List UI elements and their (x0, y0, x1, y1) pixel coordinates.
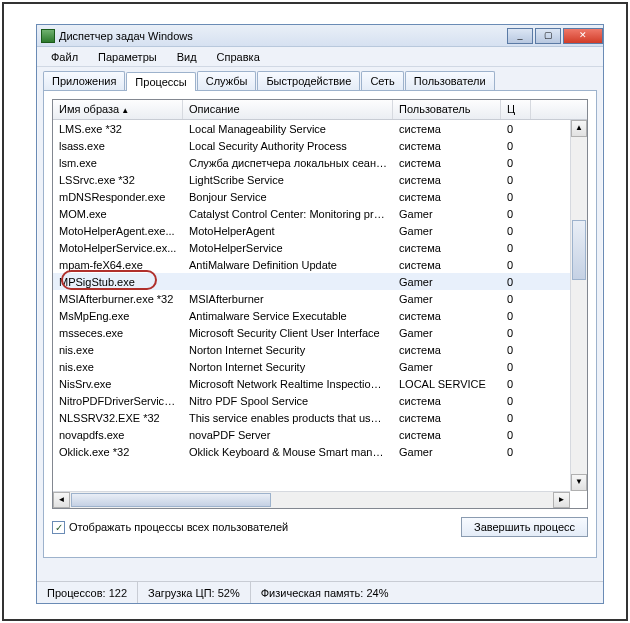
app-icon (41, 29, 55, 43)
table-row[interactable]: MPSigStub.exeGamer0 (53, 273, 587, 290)
cell-name: MOM.exe (53, 207, 183, 221)
close-button[interactable]: ✕ (563, 28, 603, 44)
horizontal-scrollbar[interactable]: ◄ ► (53, 491, 570, 508)
table-row[interactable]: mpam-feX64.exeAntiMalware Definition Upd… (53, 256, 587, 273)
col-image-name[interactable]: Имя образа▲ (53, 100, 183, 119)
col-user[interactable]: Пользователь (393, 100, 501, 119)
cell-user: Gamer (393, 224, 501, 238)
table-row[interactable]: mDNSResponder.exeBonjour Serviceсистема0 (53, 188, 587, 205)
vertical-scrollbar[interactable]: ▲ ▼ (570, 120, 587, 491)
cell-desc: Norton Internet Security (183, 343, 393, 357)
cell-name: nis.exe (53, 343, 183, 357)
cell-user: система (393, 428, 501, 442)
cell-user: система (393, 241, 501, 255)
minimize-button[interactable]: _ (507, 28, 533, 44)
cell-c: 0 (501, 394, 531, 408)
cell-name: MotoHelperService.ex... (53, 241, 183, 255)
cell-name: Oklick.exe *32 (53, 445, 183, 459)
cell-desc: Microsoft Security Client User Interface (183, 326, 393, 340)
cell-name: MotoHelperAgent.exe... (53, 224, 183, 238)
table-row[interactable]: NLSSRV32.EXE *32This service enables pro… (53, 409, 587, 426)
cell-user: Gamer (393, 326, 501, 340)
maximize-button[interactable]: ▢ (535, 28, 561, 44)
cell-desc: AntiMalware Definition Update (183, 258, 393, 272)
cell-user: Gamer (393, 292, 501, 306)
table-row[interactable]: nis.exeNorton Internet Securityсистема0 (53, 341, 587, 358)
table-row[interactable]: MSIAfterburner.exe *32MSIAfterburnerGame… (53, 290, 587, 307)
table-row[interactable]: MOM.exeCatalyst Control Center: Monitori… (53, 205, 587, 222)
cell-desc: Local Security Authority Process (183, 139, 393, 153)
menu-view[interactable]: Вид (169, 49, 205, 65)
cell-desc (183, 281, 393, 283)
cell-user: Gamer (393, 445, 501, 459)
table-row[interactable]: NitroPDFDriverService...Nitro PDF Spool … (53, 392, 587, 409)
cell-c: 0 (501, 275, 531, 289)
show-all-users-checkbox[interactable]: ✓ (52, 521, 65, 534)
tab-1[interactable]: Процессы (126, 72, 195, 91)
scroll-left-button[interactable]: ◄ (53, 492, 70, 508)
tab-4[interactable]: Сеть (361, 71, 403, 90)
table-row[interactable]: Oklick.exe *32Oklick Keyboard & Mouse Sm… (53, 443, 587, 460)
cell-desc: MSIAfterburner (183, 292, 393, 306)
cell-user: система (393, 156, 501, 170)
table-row[interactable]: LSSrvc.exe *32LightScribe Serviceсистема… (53, 171, 587, 188)
status-processes: Процессов: 122 (37, 582, 138, 603)
col-description[interactable]: Описание (183, 100, 393, 119)
cell-user: система (393, 173, 501, 187)
status-bar: Процессов: 122 Загрузка ЦП: 52% Физическ… (37, 581, 603, 603)
cell-c: 0 (501, 445, 531, 459)
scroll-thumb-h[interactable] (71, 493, 271, 507)
scroll-up-button[interactable]: ▲ (571, 120, 587, 137)
table-row[interactable]: lsass.exeLocal Security Authority Proces… (53, 137, 587, 154)
table-row[interactable]: lsm.exeСлужба диспетчера локальных сеанс… (53, 154, 587, 171)
cell-c: 0 (501, 241, 531, 255)
cell-user: Gamer (393, 207, 501, 221)
tab-2[interactable]: Службы (197, 71, 257, 90)
cell-desc: Bonjour Service (183, 190, 393, 204)
cell-c: 0 (501, 207, 531, 221)
cell-c: 0 (501, 122, 531, 136)
table-row[interactable]: msseces.exeMicrosoft Security Client Use… (53, 324, 587, 341)
menu-options[interactable]: Параметры (90, 49, 165, 65)
cell-desc: MotoHelperAgent (183, 224, 393, 238)
menu-help[interactable]: Справка (209, 49, 268, 65)
scroll-thumb-v[interactable] (572, 220, 586, 280)
cell-user: система (393, 190, 501, 204)
table-row[interactable]: novapdfs.exenovaPDF Serverсистема0 (53, 426, 587, 443)
menu-file[interactable]: Файл (43, 49, 86, 65)
table-row[interactable]: NisSrv.exeMicrosoft Network Realtime Ins… (53, 375, 587, 392)
scroll-down-button[interactable]: ▼ (571, 474, 587, 491)
cell-user: система (393, 394, 501, 408)
titlebar[interactable]: Диспетчер задач Windows _ ▢ ✕ (37, 25, 603, 47)
scroll-right-button[interactable]: ► (553, 492, 570, 508)
table-row[interactable]: MsMpEng.exeAntimalware Service Executabl… (53, 307, 587, 324)
cell-c: 0 (501, 190, 531, 204)
menubar: Файл Параметры Вид Справка (37, 47, 603, 67)
cell-name: MSIAfterburner.exe *32 (53, 292, 183, 306)
cell-c: 0 (501, 360, 531, 374)
tab-0[interactable]: Приложения (43, 71, 125, 90)
cell-name: NLSSRV32.EXE *32 (53, 411, 183, 425)
status-memory: Физическая память: 24% (251, 582, 603, 603)
table-row[interactable]: nis.exeNorton Internet SecurityGamer0 (53, 358, 587, 375)
cell-c: 0 (501, 258, 531, 272)
cell-desc: LightScribe Service (183, 173, 393, 187)
tab-5[interactable]: Пользователи (405, 71, 495, 90)
table-row[interactable]: MotoHelperService.ex...MotoHelperService… (53, 239, 587, 256)
table-row[interactable]: LMS.exe *32Local Manageability Serviceси… (53, 120, 587, 137)
tab-3[interactable]: Быстродействие (257, 71, 360, 90)
cell-name: lsm.exe (53, 156, 183, 170)
tab-bar: ПриложенияПроцессыСлужбыБыстродействиеСе… (37, 67, 603, 90)
window-title: Диспетчер задач Windows (59, 30, 505, 42)
cell-desc: Oklick Keyboard & Mouse Smart manager (183, 445, 393, 459)
table-row[interactable]: MotoHelperAgent.exe...MotoHelperAgentGam… (53, 222, 587, 239)
col-cpu[interactable]: Ц (501, 100, 531, 119)
process-list[interactable]: Имя образа▲ Описание Пользователь Ц LMS.… (52, 99, 588, 509)
cell-user: LOCAL SERVICE (393, 377, 501, 391)
end-process-button[interactable]: Завершить процесс (461, 517, 588, 537)
cell-user: Gamer (393, 275, 501, 289)
cell-name: NitroPDFDriverService... (53, 394, 183, 408)
cell-name: LMS.exe *32 (53, 122, 183, 136)
cell-c: 0 (501, 292, 531, 306)
cell-c: 0 (501, 139, 531, 153)
